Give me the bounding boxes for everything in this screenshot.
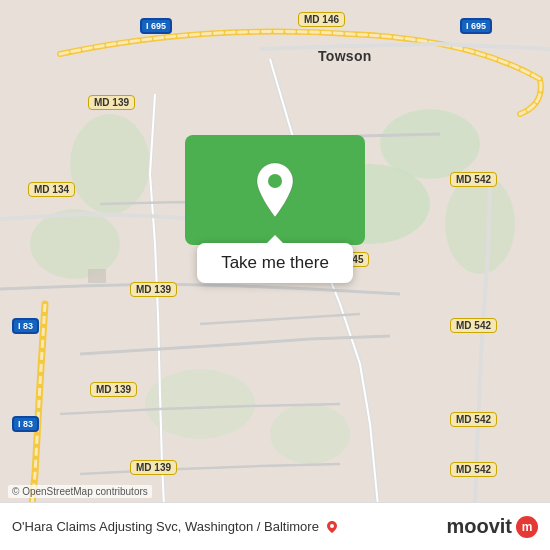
location-pin-icon	[252, 161, 298, 219]
road-label-md139-left: MD 139	[88, 95, 135, 110]
map-attribution: © OpenStreetMap contributors	[8, 485, 152, 498]
road-label-md139-bottom: MD 139	[130, 460, 177, 475]
svg-point-7	[270, 404, 350, 464]
moovit-logo: moovit m	[446, 515, 538, 538]
svg-point-14	[330, 524, 334, 528]
popup-card: Take me there	[185, 135, 365, 283]
road-label-md542-mid: MD 542	[450, 318, 497, 333]
road-label-md139-lower: MD 139	[90, 382, 137, 397]
moovit-dot-icon: m	[516, 516, 538, 538]
svg-point-3	[445, 174, 515, 274]
svg-point-4	[70, 114, 150, 214]
svg-point-5	[30, 209, 120, 279]
svg-rect-8	[88, 269, 106, 283]
place-pin-icon	[325, 520, 339, 534]
take-me-there-button[interactable]: Take me there	[221, 253, 329, 273]
road-label-md542-top: MD 542	[450, 172, 497, 187]
road-label-i695-top-left: I 695	[140, 18, 172, 34]
road-label-md146: MD 146	[298, 12, 345, 27]
svg-point-2	[380, 109, 480, 179]
take-me-there-bubble[interactable]: Take me there	[197, 243, 353, 283]
road-label-md542-bottom: MD 542	[450, 462, 497, 477]
map-container: I 695 I 695 MD 146 MD 139 MD 134 MD 542 …	[0, 0, 550, 550]
green-box	[185, 135, 365, 245]
svg-point-13	[268, 174, 282, 188]
road-label-i83-left: I 83	[12, 318, 39, 334]
city-label-towson: Towson	[318, 48, 372, 64]
place-name: O'Hara Claims Adjusting Svc, Washington …	[12, 519, 319, 534]
moovit-text: moovit	[446, 515, 512, 538]
road-label-md139-mid: MD 139	[130, 282, 177, 297]
road-label-md134: MD 134	[28, 182, 75, 197]
road-label-i83-bottom: I 83	[12, 416, 39, 432]
info-bar: O'Hara Claims Adjusting Svc, Washington …	[0, 502, 550, 550]
road-label-md542-lower: MD 542	[450, 412, 497, 427]
info-bar-place: O'Hara Claims Adjusting Svc, Washington …	[12, 519, 339, 534]
road-label-i695-top-right: I 695	[460, 18, 492, 34]
